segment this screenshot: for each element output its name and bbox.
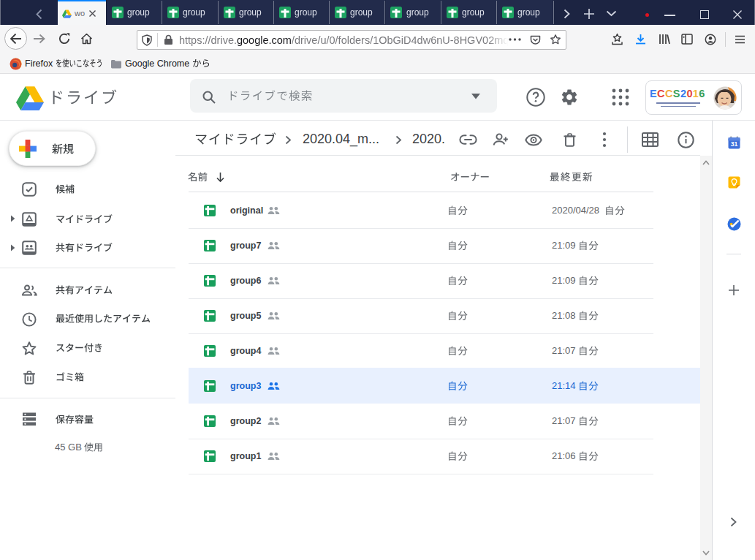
svg-text:31: 31 (731, 140, 738, 148)
